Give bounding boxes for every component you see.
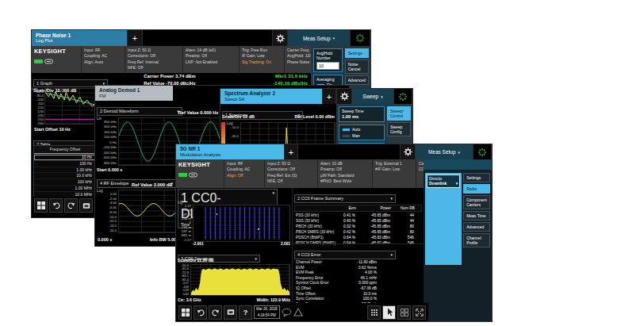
cc0-spectrum-graph[interactable]: -50.3-61.6-72.9-84.1-95.4-107-118-129-14… [176, 263, 292, 297]
tab-5g-nr[interactable]: 5G NR 1 Modulation Analysis [176, 144, 284, 159]
man-label[interactable]: Man [352, 133, 360, 138]
screen-image-button[interactable] [79, 198, 93, 213]
table-view-bar: 2 Table▾ [33, 135, 100, 144]
settings-gear-button[interactable] [336, 89, 352, 104]
control-label: Avg|Hold Number [316, 51, 339, 61]
menu-rail-tab[interactable]: Radio [463, 184, 490, 194]
frame-summary-dropdown[interactable]: 2 CC0 Frame Summary▾ [294, 194, 396, 203]
sweep-time-control[interactable]: Sweep Time 1.00 ms [339, 106, 385, 122]
info-line: IF Gain: Low [242, 53, 282, 59]
nr5g-right-column: 2 CC0 Frame Summary▾ Evm Power Num RB PS… [293, 188, 424, 303]
system-status-button[interactable] [473, 144, 492, 159]
tab-title: Analog Demod 1 [99, 87, 169, 94]
clock-widget[interactable]: Mar 26, 2018 4:18:54 PM [254, 305, 280, 319]
plus-icon: + [132, 33, 137, 43]
message-bubble-icon[interactable] [282, 308, 292, 317]
menu-title: Meas Setup [303, 36, 331, 41]
auto-label[interactable]: Auto [352, 127, 360, 132]
window-arrange-button[interactable] [397, 305, 411, 320]
menu-rail-tab[interactable]: Settings [345, 48, 369, 58]
system-status-button[interactable] [350, 30, 370, 46]
evm-value: 0.41 % [340, 213, 358, 218]
system-status-button[interactable] [393, 89, 412, 104]
gear-icon [276, 34, 285, 43]
info-atten-col: Atten: 10 dBPreamp: OffµW Path: Standard… [318, 159, 372, 188]
info-line: NFE: Off [267, 178, 315, 184]
nr5g-window: 5G NR 1 Modulation Analysis + Meas Setup… [176, 144, 492, 321]
info-line: µW Path: Standard [320, 173, 370, 178]
error-summary-dropdown[interactable]: 4 CC0 Error▾ [294, 251, 396, 259]
error-summary-panel: 4 CC0 Error▾ Channel Power -11.60 dBm EV… [293, 244, 427, 308]
y-tick: -14.0 [95, 224, 117, 228]
table-row[interactable]: 1.00 MHz [34, 185, 96, 191]
error-metric-value: 46.1 mHz [342, 276, 378, 282]
table-row[interactable]: 1.00 kHz [34, 167, 96, 173]
table-row[interactable]: 10.0 kHz [34, 172, 96, 178]
add-tab-button[interactable]: + [127, 30, 143, 46]
cc0-spectrum-footer1: Ctr: 3.6 GHz Width: 122.9 MHz [178, 297, 290, 302]
menu-rail-tab[interactable]: Advanced [463, 222, 490, 232]
menu-rail-tab[interactable]: Sweep/ Control [387, 106, 411, 121]
fullscreen-icon [416, 309, 424, 316]
channel-name[interactable]: PDSCH (BWP1) [294, 235, 340, 240]
table-row[interactable]: 10 Hz [34, 154, 96, 160]
undo-icon [197, 309, 205, 316]
avg-hold-number-control[interactable]: Avg|Hold Number 10 [313, 48, 343, 72]
iq-constellation-plot[interactable] [193, 205, 290, 242]
table-row[interactable]: 100 Hz [34, 160, 96, 167]
screen-image-button[interactable] [224, 305, 237, 320]
menu-rail-tab[interactable]: Component Carriers [463, 195, 490, 209]
settings-gear-button[interactable] [400, 144, 416, 159]
tab-phase-noise[interactable]: Phase Noise 1 Log Plot [32, 30, 127, 46]
menu-rail-tab[interactable]: Sweep Config [387, 122, 411, 136]
y-tick: 0 Hz [95, 141, 117, 144]
channel-name[interactable]: PBCH (30 kHz) [294, 224, 340, 229]
channel-name[interactable]: SSS (30 kHz) [294, 218, 340, 224]
meas-setup-menu-button[interactable]: Meas Setup▾ [288, 30, 350, 46]
redo-button[interactable] [209, 305, 222, 320]
direction-dropdown[interactable]: Directio Downlink▾ [427, 175, 460, 188]
status-starburst-icon [355, 33, 365, 43]
menu-rail-tab[interactable]: Channel Profile [463, 233, 490, 247]
cc0-spectrum-plot[interactable] [190, 264, 290, 296]
y-tick: -10.0 [95, 216, 117, 219]
tab-analog-demod[interactable]: Analog Demod 1 FM [95, 86, 173, 101]
alert-triangle-icon[interactable] [293, 308, 303, 316]
redo-button[interactable] [64, 198, 78, 213]
undo-button[interactable] [49, 198, 63, 213]
apps-grid-button[interactable] [367, 305, 381, 320]
touch-pointer-button[interactable] [382, 305, 396, 320]
info-line: Freq Ref: Internal [128, 59, 180, 65]
sweep-time-auto-man-toggle[interactable]: Auto Man [339, 125, 385, 140]
menu-rail-tab[interactable]: Meas Time [463, 211, 490, 221]
table-row[interactable]: 100 kHz [34, 178, 96, 185]
sweep-menu-button[interactable]: Sweep▾ [352, 89, 393, 104]
error-metric-value: -11.60 dBm [342, 260, 378, 266]
settings-gear-button[interactable] [272, 30, 288, 46]
menu-rail-tab[interactable]: Settings [463, 173, 490, 182]
windows-start-button[interactable] [178, 305, 192, 320]
tab-title: Phase Noise 1 [36, 33, 123, 39]
iq-constellation-graph[interactable]: 1.17881 m587 m294 m0-294 m-587 m-881 m-1… [176, 205, 292, 242]
info-line: LNP: Not Enabled [186, 59, 236, 65]
avg-hold-number-input[interactable]: 10 [316, 62, 339, 70]
menu-rail-tab[interactable]: Noise Cancel [345, 59, 369, 74]
view-label: 2 CC0 Frame Summary [297, 196, 343, 201]
info-line: Align: Off [227, 173, 262, 178]
fullscreen-button[interactable] [412, 305, 426, 320]
undo-button[interactable] [194, 305, 207, 320]
status-starburst-icon [398, 92, 408, 102]
windows-start-button[interactable] [34, 198, 48, 213]
add-tab-button[interactable]: + [322, 89, 336, 104]
frame-col-power: Power [358, 205, 393, 211]
add-tab-button[interactable]: + [284, 144, 298, 159]
apps-grid-icon [370, 309, 378, 316]
channel-name[interactable]: PSS (30 kHz) [294, 213, 340, 218]
info-line: Coupling: AC [84, 53, 122, 59]
menu-rail-tab[interactable]: Advanced [345, 75, 369, 85]
channel-name[interactable]: PBCH DMRS (30 kHz) [294, 229, 340, 235]
toggle-on-indicator [342, 128, 351, 132]
help-button[interactable]: ? [239, 305, 252, 320]
meas-setup-menu-button[interactable]: Meas Setup▾ [416, 144, 473, 159]
tab-spectrum-analyzer[interactable]: Spectrum Analyzer 2 Swept SA [220, 89, 322, 104]
